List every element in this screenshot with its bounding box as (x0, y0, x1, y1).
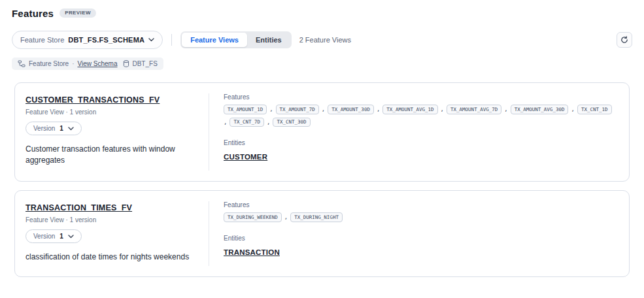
database-icon (123, 60, 129, 67)
entities-section: Entities TRANSACTION (224, 235, 619, 257)
entity-link[interactable]: TRANSACTION (224, 248, 280, 256)
breadcrumb-database: DBT_FS (123, 60, 157, 67)
page-header: Features PREVIEW (12, 7, 632, 20)
breadcrumb-store-label: Feature Store (29, 61, 69, 67)
version-value: 1 (59, 233, 63, 240)
feature-view-title-link[interactable]: TRANSACTION_TIMES_FV (25, 203, 132, 212)
card-summary: TRANSACTION_TIMES_FV Feature View · 1 ve… (25, 201, 209, 266)
entities-section: Entities CUSTOMER (224, 139, 619, 162)
feature-chip-list: TX_DURING_WEEKEND,TX_DURING_NIGHT (224, 212, 616, 222)
card-details: Features TX_DURING_WEEKEND,TX_DURING_NIG… (209, 201, 619, 266)
feature-view-description: Customer transaction features with windo… (25, 144, 209, 166)
feature-chip: TX_CNT_7D (229, 118, 264, 127)
feature-store-value: DBT_FS.FS_SCHEMA (68, 36, 144, 44)
chevron-down-icon (68, 127, 74, 131)
schema-icon (18, 60, 25, 67)
features-label: Features (224, 93, 619, 101)
entity-link[interactable]: CUSTOMER (224, 153, 267, 161)
feature-chip: TX_DURING_WEEKEND (224, 212, 282, 222)
chip-separator: , (504, 106, 507, 112)
feature-view-list: CUSTOMER_TRANSACTIONS_FV Feature View · … (14, 82, 630, 277)
version-selector[interactable]: Version 1 (25, 122, 82, 135)
chip-separator: , (322, 106, 325, 112)
features-page: Features PREVIEW Feature Store DBT_FS.FS… (0, 0, 644, 277)
card-summary: CUSTOMER_TRANSACTIONS_FV Feature View · … (25, 93, 209, 171)
feature-chip: TX_AMOUNT_AVG_30D (511, 105, 569, 114)
breadcrumb-separator: · (72, 61, 74, 67)
chip-separator: , (571, 106, 574, 112)
chip-separator: , (284, 214, 288, 220)
chip-separator: , (267, 119, 270, 125)
view-switcher: Feature Views Entities (180, 31, 292, 48)
feature-views-count: 2 Feature Views (299, 36, 351, 44)
chip-separator: , (224, 119, 227, 125)
entities-label: Entities (224, 235, 619, 242)
chevron-down-icon (68, 235, 74, 239)
view-schema-link[interactable]: View Schema (78, 61, 118, 67)
feature-chip: TX_AMOUNT_AVG_7D (447, 105, 501, 114)
chip-separator: , (441, 106, 444, 112)
feature-view-subtitle: Feature View · 1 version (25, 108, 209, 116)
version-value: 1 (59, 125, 63, 132)
feature-store-dropdown[interactable]: Feature Store DBT_FS.FS_SCHEMA (12, 31, 163, 49)
feature-chip: TX_AMOUNT_1D (224, 105, 267, 114)
feature-chip: TX_DURING_NIGHT (290, 212, 343, 222)
feature-view-description: classification of date times for nights … (25, 252, 209, 263)
feature-view-card: TRANSACTION_TIMES_FV Feature View · 1 ve… (14, 190, 630, 277)
toolbar-divider (171, 34, 172, 46)
chip-separator: , (269, 106, 273, 112)
card-details: Features TX_AMOUNT_1D,TX_AMOUNT_7D,TX_AM… (209, 93, 619, 171)
entities-label: Entities (224, 139, 619, 146)
feature-view-title-link[interactable]: CUSTOMER_TRANSACTIONS_FV (25, 95, 160, 105)
preview-badge: PREVIEW (59, 8, 96, 18)
tab-entities[interactable]: Entities (247, 33, 290, 47)
toolbar: Feature Store DBT_FS.FS_SCHEMA Feature V… (12, 31, 632, 49)
version-selector[interactable]: Version 1 (25, 229, 82, 243)
features-label: Features (224, 201, 619, 208)
chip-separator: , (377, 106, 380, 112)
entity-link-list: TRANSACTION (224, 246, 619, 257)
refresh-icon (620, 36, 628, 44)
entity-link-list: CUSTOMER (224, 150, 619, 162)
feature-chip: TX_CNT_30D (273, 118, 310, 127)
feature-chip: TX_AMOUNT_7D (276, 105, 319, 114)
version-label: Version (33, 233, 55, 240)
feature-chip-list: TX_AMOUNT_1D,TX_AMOUNT_7D,TX_AMOUNT_30D,… (224, 105, 616, 127)
breadcrumb-database-name: DBT_FS (132, 61, 157, 67)
breadcrumb: Feature Store · View Schema DBT_FS (12, 58, 163, 70)
feature-chip: TX_AMOUNT_AVG_1D (382, 105, 437, 114)
feature-view-card: CUSTOMER_TRANSACTIONS_FV Feature View · … (14, 82, 630, 182)
refresh-button[interactable] (617, 32, 632, 48)
tab-feature-views[interactable]: Feature Views (182, 33, 247, 47)
feature-chip: TX_AMOUNT_30D (328, 105, 374, 114)
feature-store-label: Feature Store (20, 36, 64, 44)
page-title: Features (12, 8, 54, 19)
chevron-down-icon (148, 38, 154, 42)
feature-chip: TX_CNT_1D (577, 105, 612, 114)
feature-view-subtitle: Feature View · 1 version (25, 216, 209, 224)
version-label: Version (33, 125, 55, 132)
